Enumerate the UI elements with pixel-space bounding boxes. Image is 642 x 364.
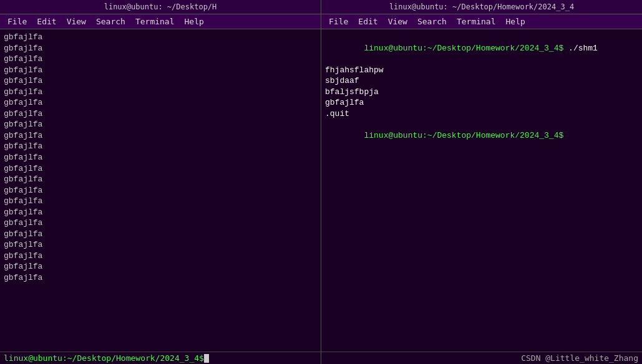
left-status-bar: linux@ubuntu:~/Desktop/Homework/2024_3_4… (0, 352, 321, 364)
right-line-1: linux@ubuntu:~/Desktop/Homework/2024_3_4… (325, 32, 638, 65)
left-line-20: gbfajlfa (4, 251, 317, 262)
left-terminal-body: gbfajlfagbfajlfagbfajlfagbfajlfagbfajlfa… (0, 29, 321, 352)
left-menu-search[interactable]: Search (92, 16, 129, 27)
right-menu-view[interactable]: View (384, 16, 411, 27)
right-output-5: .quit (325, 108, 638, 120)
left-line-4: gbfajlfa (4, 75, 317, 87)
left-line-8: gbfajlfa (4, 119, 317, 130)
left-line-14: gbfajlfa (4, 185, 317, 196)
right-title-bar: linux@ubuntu: ~/Desktop/Homework/2024_3_… (321, 0, 642, 14)
left-line-16: gbfajlfa (4, 207, 317, 218)
left-line-7: gbfajlfa (4, 108, 317, 120)
left-line-21: gbfajlfa (4, 261, 317, 272)
left-menu-view[interactable]: View (63, 16, 90, 27)
left-menu-help[interactable]: Help (181, 16, 208, 27)
left-line-19: gbfajlfa (4, 239, 317, 251)
right-output-3: bfaljsfbpja (325, 87, 638, 98)
right-status-bar: CSDN @Little_white_Zhang (321, 352, 642, 364)
left-status-prompt: linux@ubuntu:~/Desktop/Homework/2024_3_4… (4, 353, 209, 363)
left-line-1: gbfajlfa (4, 43, 317, 54)
left-line-17: gbfajlfa (4, 218, 317, 229)
left-line-0: gbfajlfa (4, 32, 317, 43)
left-line-11: gbfajlfa (4, 152, 317, 163)
right-menu-search[interactable]: Search (414, 16, 450, 27)
left-menu-edit[interactable]: Edit (33, 16, 60, 27)
left-line-2: gbfajlfa (4, 54, 317, 65)
right-output-1: fhjahsflahpw (325, 65, 638, 76)
left-terminal: linux@ubuntu: ~/Desktop/H File Edit View… (0, 0, 321, 364)
left-output: gbfajlfagbfajlfagbfajlfagbfajlfagbfajlfa… (4, 32, 317, 284)
left-prompt-text: linux@ubuntu:~/Desktop/Homework/2024_3_4… (4, 353, 204, 363)
right-output-2: sbjdaaf (325, 75, 638, 87)
right-menu-terminal[interactable]: Terminal (453, 16, 500, 27)
right-line-2: linux@ubuntu:~/Desktop/Homework/2024_3_4… (325, 119, 638, 152)
left-line-3: gbfajlfa (4, 65, 317, 76)
right-terminal: linux@ubuntu: ~/Desktop/Homework/2024_3_… (321, 0, 642, 364)
left-line-18: gbfajlfa (4, 229, 317, 240)
right-prompt-2: linux@ubuntu:~/Desktop/Homework/2024_3_4… (364, 131, 563, 140)
right-menu-help[interactable]: Help (502, 16, 529, 27)
right-output-4: gbfajlfa (325, 97, 638, 108)
left-line-12: gbfajlfa (4, 163, 317, 175)
right-menu-file[interactable]: File (325, 16, 352, 27)
right-terminal-body: linux@ubuntu:~/Desktop/Homework/2024_3_4… (321, 29, 642, 352)
right-menu-bar: File Edit View Search Terminal Help (321, 14, 642, 29)
left-menu-terminal[interactable]: Terminal (132, 16, 178, 27)
left-title-bar: linux@ubuntu: ~/Desktop/H (0, 0, 321, 14)
left-line-15: gbfajlfa (4, 196, 317, 207)
right-command-1: ./shm1 (563, 44, 598, 53)
right-title-text: linux@ubuntu: ~/Desktop/Homework/2024_3_… (389, 2, 574, 11)
left-line-5: gbfajlfa (4, 87, 317, 98)
left-line-13: gbfajlfa (4, 174, 317, 185)
left-line-22: gbfajlfa (4, 272, 317, 284)
left-menu-file[interactable]: File (4, 16, 31, 27)
left-line-6: gbfajlfa (4, 97, 317, 108)
left-cursor (204, 354, 209, 363)
left-line-9: gbfajlfa (4, 130, 317, 141)
right-prompt-1: linux@ubuntu:~/Desktop/Homework/2024_3_4… (364, 44, 563, 53)
left-menu-bar: File Edit View Search Terminal Help (0, 14, 321, 29)
watermark-text: CSDN @Little_white_Zhang (521, 353, 638, 363)
right-menu-edit[interactable]: Edit (354, 16, 381, 27)
left-line-10: gbfajlfa (4, 141, 317, 152)
left-title-text: linux@ubuntu: ~/Desktop/H (104, 2, 217, 11)
